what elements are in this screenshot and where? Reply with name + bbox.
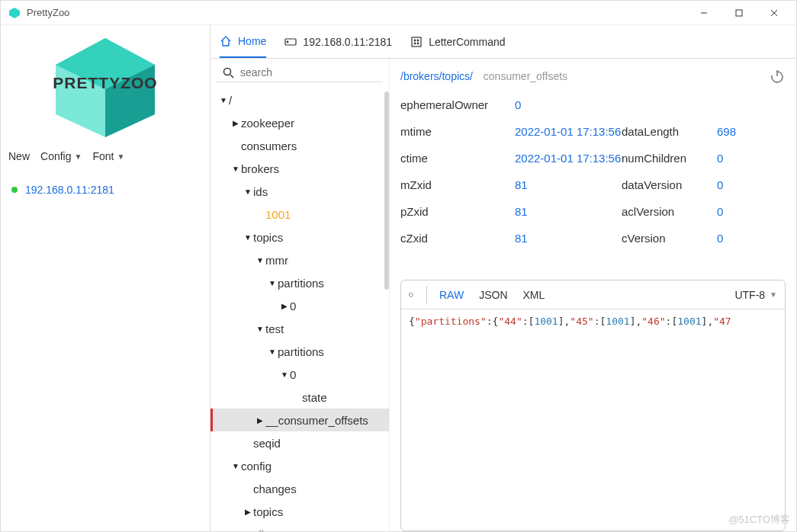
data-tab-json[interactable]: JSON [479,289,507,301]
expand-arrow-icon[interactable]: ▼ [230,165,241,173]
stat-key: pZxid [400,205,507,218]
stat-val: 2022-01-01 17:13:56 [515,125,614,138]
tree-node-label: brokers [241,162,279,175]
expand-arrow-icon[interactable]: ▶ [243,508,253,516]
svg-rect-10 [412,37,421,46]
menu-config[interactable]: Config▼ [40,150,82,162]
expand-arrow-icon[interactable]: ▶ [279,302,290,310]
svg-point-13 [414,43,416,44]
node-tree[interactable]: ▼ /▶ zookeeper consumers▼ brokers▼ ids 1… [210,87,389,531]
tree-node[interactable]: ▼ ids [210,180,389,203]
expand-arrow-icon[interactable]: ▼ [255,256,265,264]
detail-panel: /brokers/topics/ consumer_offsets epheme… [390,59,796,531]
expand-arrow-icon[interactable]: ▼ [267,348,278,356]
stat-key: dataVersion [622,178,709,191]
tree-node-label: clients [253,528,286,532]
tree-node[interactable]: ▼ mmr [210,248,389,271]
data-body[interactable]: {"partitions":{"44":[1001],"45":[1001],"… [401,309,785,530]
tree-node[interactable]: ▶ 0 [210,294,389,317]
tab-letter-command[interactable]: LetterCommand [410,25,505,58]
tree-node-label: changes [253,482,297,495]
svg-rect-2 [736,10,742,16]
tree-node-label: topics [253,231,283,244]
refresh-icon[interactable] [409,286,427,304]
tree-node[interactable]: ▶ __consumer_offsets [210,409,389,431]
tree-node-label: 0 [290,368,296,381]
expand-arrow-icon[interactable]: ▼ [267,279,278,287]
maximize-button[interactable] [721,1,757,25]
tree-node-label: seqid [253,437,281,450]
minimize-button[interactable] [686,1,721,25]
close-button[interactable] [757,1,792,25]
server-icon [284,36,297,48]
server-item[interactable]: 192.168.0.11:2181 [7,181,204,199]
app-icon [8,7,21,19]
tree-node[interactable]: seqid [210,431,389,454]
tree-node[interactable]: ▼ brokers [210,157,389,180]
expand-arrow-icon[interactable]: ▼ [218,96,229,104]
chevron-down-icon: ▼ [770,290,777,299]
encoding-select[interactable]: UTF-8▼ [734,289,777,301]
tree-node[interactable]: clients [210,523,389,531]
tree-node[interactable]: changes [210,477,389,500]
tree-node[interactable]: consumers [210,134,389,157]
tree-node[interactable]: ▼ / [210,88,389,111]
tab-connection[interactable]: 192.168.0.11:2181 [284,25,392,58]
expand-arrow-icon[interactable]: ▶ [255,416,265,425]
expand-arrow-icon[interactable]: ▼ [243,233,253,242]
search-input[interactable] [240,66,377,79]
expand-arrow-icon[interactable]: ▶ [230,119,241,127]
tree-node[interactable]: ▼ test [210,317,389,340]
data-tab-raw[interactable]: RAW [439,289,464,301]
stat-key: mtime [400,125,507,138]
tree-node-label: test [265,322,284,335]
tree-node[interactable]: ▼ topics [210,226,389,248]
tree-node[interactable]: ▶ zookeeper [210,111,389,134]
tree-node[interactable]: ▼ 0 [210,363,389,386]
expand-arrow-icon[interactable]: ▼ [243,187,253,196]
tree-node-label: state [302,391,327,404]
svg-point-9 [288,41,289,43]
status-dot-icon [11,187,18,193]
main-tabs: Home 192.168.0.11:2181 LetterCommand [210,25,796,59]
tree-node-label: partitions [278,345,324,358]
power-icon[interactable] [769,68,786,85]
tree-node-label: __consumer_offsets [265,414,368,427]
stat-key: dataLength [622,125,709,138]
tree-node-label: ids [253,185,268,198]
stat-val: 81 [515,178,614,191]
svg-point-14 [417,43,419,44]
menu-new[interactable]: New [8,150,30,162]
tab-home[interactable]: Home [220,25,266,58]
data-tab-xml[interactable]: XML [523,289,545,301]
tree-node-label: 0 [290,300,296,312]
chevron-down-icon: ▼ [117,152,124,161]
expand-arrow-icon[interactable]: ▼ [279,370,290,379]
stat-key: ctime [400,152,507,165]
stat-val: 0 [717,152,763,165]
tree-node[interactable]: ▼ config [210,454,389,477]
stat-key: numChildren [622,152,709,165]
home-icon [220,35,232,47]
svg-point-15 [224,68,231,75]
stat-key: mZxid [400,178,507,191]
tree-node[interactable]: ▼ partitions [210,340,389,363]
tree-node-label: consumers [241,139,297,152]
stat-val: 0 [717,178,763,191]
stat-val: 0 [717,205,763,218]
expand-arrow-icon[interactable]: ▼ [230,462,241,470]
stat-key: cVersion [622,232,709,245]
search-icon [223,67,234,79]
server-list: 192.168.0.11:2181 [1,173,210,207]
brand-name: PRETTYZOO [33,74,178,92]
stat-val: 81 [515,205,614,218]
tree-node[interactable]: ▼ partitions [210,271,389,294]
stat-key: cZxid [400,232,507,245]
tree-node[interactable]: state [210,386,389,409]
tree-node[interactable]: ▶ topics [210,500,389,523]
menu-font[interactable]: Font▼ [92,150,124,162]
expand-arrow-icon[interactable]: ▼ [255,325,265,333]
tree-node[interactable]: 1001 [210,203,389,226]
scrollbar[interactable] [384,91,389,290]
chevron-down-icon: ▼ [74,152,82,161]
